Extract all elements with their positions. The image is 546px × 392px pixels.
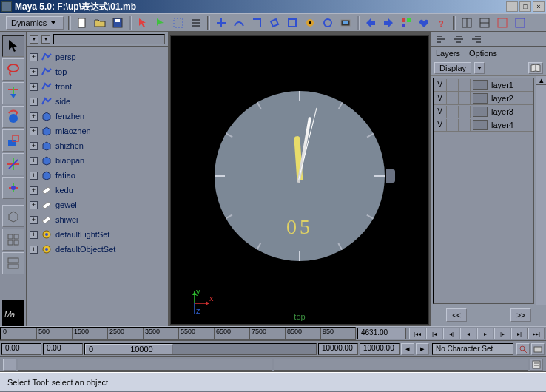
anim-end-field[interactable]: 10000.00 — [360, 343, 400, 355]
layer-name-label[interactable]: layer4 — [490, 121, 533, 129]
layer-ref-toggle[interactable] — [459, 106, 471, 118]
snap-plane-icon[interactable] — [268, 16, 281, 30]
construction-icon[interactable] — [321, 16, 334, 30]
align-right-icon[interactable] — [470, 33, 483, 46]
layer-visibility-toggle[interactable]: V — [434, 119, 447, 131]
outliner-item-label[interactable]: front — [55, 82, 72, 91]
new-layer-button[interactable] — [528, 62, 543, 74]
layer-color-swatch[interactable] — [473, 120, 488, 130]
outliner-item[interactable]: +front — [28, 79, 166, 94]
options-menu[interactable]: Options — [469, 49, 497, 58]
layer-type-toggle[interactable] — [447, 79, 459, 91]
outliner-item-label[interactable]: defaultObjectSet — [55, 245, 115, 254]
align-center-icon[interactable] — [452, 33, 465, 46]
expand-icon[interactable]: + — [30, 53, 38, 61]
inputs-icon[interactable] — [364, 16, 377, 30]
outliner-item[interactable]: +fatiao — [28, 168, 166, 183]
select-tool[interactable] — [2, 35, 24, 57]
script-editor-button[interactable] — [530, 359, 543, 371]
outliner-item[interactable]: +miaozhen — [28, 124, 166, 138]
outliner-item[interactable]: +defaultObjectSet — [28, 242, 166, 257]
snap-point-icon[interactable] — [250, 16, 263, 30]
outliner-item-label[interactable]: top — [55, 67, 67, 76]
align-left-icon[interactable] — [434, 33, 448, 46]
layer-ref-toggle[interactable] — [459, 79, 471, 91]
rotate-tool[interactable] — [2, 106, 24, 128]
outliner-tree[interactable]: +persp+top+front+side+fenzhen+miaozhen+s… — [27, 47, 168, 326]
layer-name-label[interactable]: layer3 — [490, 107, 533, 116]
layer-ref-toggle[interactable] — [459, 92, 471, 104]
range-prev-button[interactable]: ◂ — [401, 343, 414, 355]
outliner-item[interactable]: +gewei — [28, 197, 166, 212]
render-icon[interactable] — [339, 16, 352, 30]
outputs-icon[interactable] — [382, 16, 395, 30]
layers-menu[interactable]: Layers — [436, 49, 460, 58]
viewport[interactable]: 05 x y z top — [170, 35, 429, 325]
expand-icon[interactable]: + — [30, 186, 38, 195]
outliner-item[interactable]: +kedu — [28, 183, 166, 197]
layer-ref-toggle[interactable] — [459, 119, 471, 131]
view-layout-button[interactable] — [2, 252, 24, 274]
outliner-item[interactable]: +biaopan — [28, 153, 166, 168]
layer-color-swatch[interactable] — [473, 93, 488, 104]
layer-color-swatch[interactable] — [473, 107, 488, 117]
outliner-item-label[interactable]: biaopan — [55, 156, 84, 165]
step-forward-button[interactable]: ▸| — [511, 328, 528, 339]
layer-type-toggle[interactable] — [447, 119, 459, 131]
command-input[interactable] — [18, 359, 272, 371]
key-forward-button[interactable]: |▸ — [494, 328, 510, 339]
layer-color-swatch[interactable] — [473, 80, 488, 90]
character-set-field[interactable]: No Character Set — [432, 343, 513, 355]
expand-icon[interactable]: + — [30, 231, 38, 239]
lasso-tool[interactable] — [2, 58, 24, 81]
outliner-filter-icon[interactable]: ▾ — [41, 35, 50, 44]
layer-row[interactable]: Vlayer1 — [434, 78, 533, 92]
panel-prev-button[interactable]: << — [446, 308, 467, 322]
manipulator-tool[interactable] — [2, 153, 24, 175]
outliner-item-label[interactable]: fatiao — [55, 171, 75, 180]
range-out-field[interactable]: 10000.00 — [318, 343, 358, 355]
save-scene-icon[interactable] — [111, 16, 124, 30]
layer-type-toggle[interactable] — [447, 92, 459, 104]
key-back-button[interactable]: ◂| — [443, 328, 459, 339]
expand-icon[interactable]: + — [30, 112, 38, 121]
layer-visibility-toggle[interactable]: V — [434, 92, 447, 104]
expand-icon[interactable]: + — [30, 201, 38, 209]
expand-icon[interactable]: + — [30, 246, 38, 254]
layout-icon[interactable] — [513, 16, 527, 30]
layer-name-label[interactable]: layer2 — [490, 94, 533, 103]
expand-icon[interactable]: + — [30, 216, 38, 224]
snap-grid-icon[interactable] — [215, 16, 228, 30]
select-by-type-icon[interactable] — [154, 16, 167, 30]
outliner-item-label[interactable]: persp — [55, 53, 76, 61]
heart-icon[interactable] — [417, 16, 431, 30]
layer-row[interactable]: Vlayer3 — [434, 105, 533, 118]
view-four-button[interactable] — [2, 229, 24, 251]
outliner-item-label[interactable]: gewei — [55, 200, 77, 209]
layout-icon[interactable] — [478, 16, 491, 30]
expand-icon[interactable]: + — [30, 83, 38, 91]
new-scene-icon[interactable] — [75, 16, 89, 30]
maximize-button[interactable]: □ — [519, 1, 531, 12]
menu-mode-dropdown[interactable]: Dynamics — [6, 16, 64, 30]
range-next-button[interactable]: ▸ — [416, 343, 429, 355]
history-icon[interactable] — [303, 16, 317, 30]
outliner-search-field[interactable] — [53, 34, 165, 44]
panel-next-button[interactable]: >> — [510, 308, 531, 322]
select-by-type-icon[interactable] — [136, 16, 149, 30]
outliner-item-label[interactable]: shiwei — [55, 215, 78, 224]
outliner-item[interactable]: +persp — [28, 50, 166, 64]
outliner-item-label[interactable]: side — [55, 97, 70, 106]
expand-icon[interactable]: + — [30, 127, 38, 135]
outliner-item-label[interactable]: fenzhen — [55, 112, 84, 121]
outliner-item[interactable]: +shiwei — [28, 212, 166, 227]
expand-icon[interactable]: + — [30, 142, 38, 150]
open-scene-icon[interactable] — [93, 16, 107, 30]
outliner-item-label[interactable]: miaozhen — [55, 126, 91, 135]
display-dropdown[interactable]: Display — [434, 62, 471, 74]
play-forward-button[interactable]: ▸ — [477, 328, 493, 339]
mel-toggle-button[interactable] — [3, 359, 16, 371]
expand-icon[interactable]: + — [30, 68, 38, 76]
current-time-field[interactable]: 4631.00 — [357, 328, 406, 339]
layout-icon[interactable] — [496, 16, 509, 30]
